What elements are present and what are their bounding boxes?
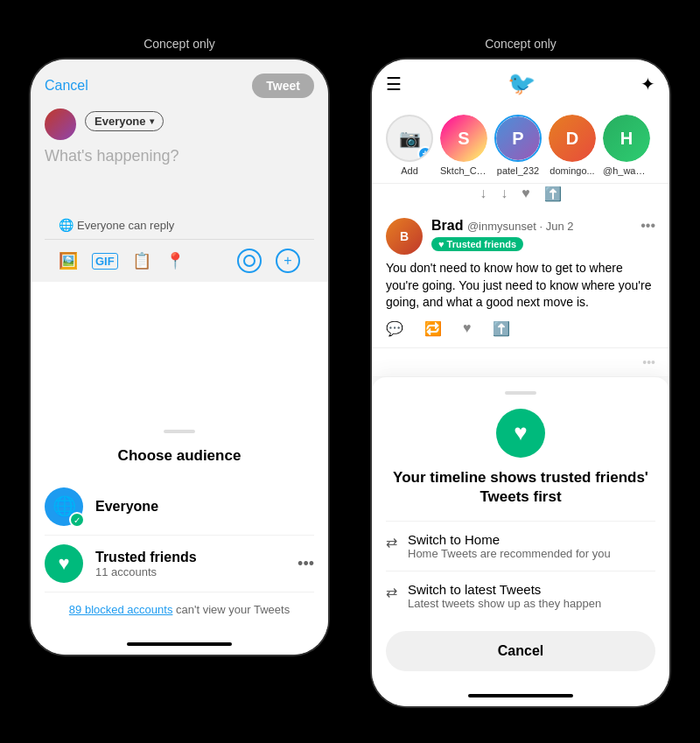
trusted-friends-badge: ♥ Trusted friends (431, 237, 523, 251)
choose-audience-sheet: Choose audience 🌐 ✓ Everyone ♥ Trusted (31, 416, 328, 634)
gif-icon[interactable]: GIF (92, 253, 118, 270)
sheet-handle (164, 430, 195, 433)
partial-tweet: ••• (372, 348, 669, 377)
story-add[interactable]: 📷 + Add (386, 115, 433, 176)
compose-toolbar: 🖼️ GIF 📋 📍 + (45, 239, 314, 282)
avatar-img-3: D (549, 115, 596, 162)
timeline-sheet-title: Your timeline shows trusted friends' Twe… (386, 468, 655, 507)
switch-icon-2: ⇄ (386, 584, 397, 600)
story-avatar-1: S (440, 115, 487, 162)
story-action-3[interactable]: ♥ (522, 186, 530, 202)
right-home-bar-indicator (468, 694, 573, 697)
switch-home-sub: Home Tweets are recommended for you (408, 547, 611, 560)
left-panel: Concept only Cancel Tweet Everyone ▾ Wha… (18, 37, 341, 655)
retweet-icon[interactable]: 🔁 (424, 320, 442, 337)
story-avatar-3: D (549, 115, 596, 162)
right-concept-label: Concept only (485, 37, 556, 51)
audience-label: Everyone (94, 115, 146, 128)
add-story-label: Add (401, 165, 418, 176)
right-sheet-handle (505, 391, 536, 395)
compose-area: Cancel Tweet Everyone ▾ What's happening… (31, 60, 328, 282)
selected-check-icon: ✓ (69, 512, 85, 528)
story-avatar-2: P (494, 115, 542, 162)
tweet-username: Brad @inmysunset · Jun 2 (431, 218, 632, 234)
right-panel: Concept only ☰ 🐦 ✦ 📷 + Add (359, 37, 682, 706)
cancel-sheet-button[interactable]: Cancel (386, 631, 655, 671)
stories-row: 📷 + Add S Sktch_Co... P (372, 108, 669, 184)
sparkle-icon[interactable]: ✦ (640, 74, 655, 95)
right-phone-frame: ☰ 🐦 ✦ 📷 + Add S (372, 60, 669, 706)
blocked-notice: 89 blocked accounts can't view your Twee… (45, 592, 314, 620)
tweet-action-bar: 💬 🔁 ♥ ⬆️ (386, 320, 655, 337)
more-icon[interactable]: ••• (298, 555, 314, 573)
left-phone-frame: Cancel Tweet Everyone ▾ What's happening… (31, 60, 328, 655)
avatar-img-2: P (496, 116, 540, 160)
add-plus-icon: + (417, 146, 433, 162)
switch-home-option[interactable]: ⇄ Switch to Home Home Tweets are recomme… (386, 521, 655, 571)
switch-icon-1: ⇄ (386, 534, 397, 550)
switch-latest-text: Switch to latest Tweets Latest tweets sh… (408, 582, 601, 610)
tweet-handle: @inmysunset · Jun 2 (467, 220, 574, 233)
switch-latest-option[interactable]: ⇄ Switch to latest Tweets Latest tweets … (386, 571, 655, 620)
everyone-icon: 🌐 ✓ (45, 487, 83, 526)
globe-icon: 🌐 (59, 218, 74, 232)
reply-icon[interactable]: 💬 (386, 320, 403, 337)
image-icon[interactable]: 🖼️ (59, 251, 78, 270)
tweet-more-icon[interactable]: ••• (640, 218, 655, 234)
add-story-avatar: 📷 + (386, 115, 433, 162)
story-item-4[interactable]: H @h_wang... (603, 115, 650, 176)
everyone-option[interactable]: 🌐 ✓ Everyone (45, 479, 314, 536)
everyone-option-text: Everyone (95, 499, 314, 515)
tweet-card: B Brad @inmysunset · Jun 2 ♥ Trusted fri… (372, 207, 669, 348)
story-item-2[interactable]: P patel_232 (494, 115, 542, 176)
tweet-meta: Brad @inmysunset · Jun 2 ♥ Trusted frien… (431, 218, 632, 255)
story-action-1[interactable]: ↓ (480, 186, 486, 202)
left-concept-label: Concept only (144, 37, 215, 51)
circle-icon[interactable] (237, 249, 262, 273)
chevron-down-icon: ▾ (150, 116, 154, 126)
trusted-friends-option-text: Trusted friends 11 accounts (95, 550, 285, 578)
sheet-title: Choose audience (45, 447, 314, 465)
trusted-friends-count: 11 accounts (95, 565, 285, 578)
green-heart-icon: ♥ (496, 409, 545, 458)
list-icon[interactable]: 📋 (132, 251, 151, 270)
compose-top-bar: Cancel Tweet (45, 74, 314, 98)
story-name-4: @h_wang... (603, 165, 650, 176)
story-name-1: Sktch_Co... (440, 165, 487, 176)
story-action-2[interactable]: ↓ (500, 186, 508, 202)
tweet-header: B Brad @inmysunset · Jun 2 ♥ Trusted fri… (386, 218, 655, 255)
blocked-accounts-link[interactable]: 89 blocked accounts (69, 603, 173, 616)
username-text: Brad (431, 218, 463, 233)
everyone-label: Everyone (95, 499, 314, 515)
story-name-3: domingo... (550, 165, 594, 176)
trusted-friends-option[interactable]: ♥ Trusted friends 11 accounts ••• (45, 536, 314, 592)
story-item-1[interactable]: S Sktch_Co... (440, 115, 487, 176)
blocked-notice-text: can't view your Tweets (172, 603, 290, 616)
right-home-bar (372, 685, 669, 706)
story-action-4[interactable]: ⬆️ (544, 186, 562, 202)
twitter-header: ☰ 🐦 ✦ (372, 60, 669, 108)
story-actions: ↓ ↓ ♥ ⬆️ (372, 184, 669, 207)
switch-latest-label: Switch to latest Tweets (408, 582, 601, 597)
add-icon[interactable]: + (276, 249, 300, 273)
cancel-button[interactable]: Cancel (45, 78, 88, 94)
audience-selector[interactable]: Everyone ▾ (85, 111, 164, 131)
twitter-logo: 🐦 (508, 70, 536, 97)
trusted-friends-label: Trusted friends (95, 550, 285, 565)
reply-setting-label: Everyone can reply (77, 219, 174, 232)
compose-placeholder[interactable]: What's happening? (45, 147, 179, 165)
camera-icon: 📷 (399, 128, 421, 149)
compose-avatar (45, 109, 76, 140)
like-icon[interactable]: ♥ (463, 320, 472, 337)
story-item-3[interactable]: D domingo... (549, 115, 596, 176)
main-container: Concept only Cancel Tweet Everyone ▾ Wha… (18, 37, 682, 706)
timeline-sheet: ♥ Your timeline shows trusted friends' T… (372, 377, 669, 685)
tweet-button[interactable]: Tweet (252, 74, 314, 98)
switch-home-text: Switch to Home Home Tweets are recommend… (408, 532, 611, 560)
share-icon[interactable]: ⬆️ (493, 320, 510, 337)
location-icon[interactable]: 📍 (165, 251, 185, 270)
tweet-body: You don't need to know how to get to whe… (386, 260, 655, 312)
menu-icon[interactable]: ☰ (386, 74, 402, 95)
home-bar-indicator (127, 642, 232, 646)
switch-home-label: Switch to Home (408, 532, 611, 547)
